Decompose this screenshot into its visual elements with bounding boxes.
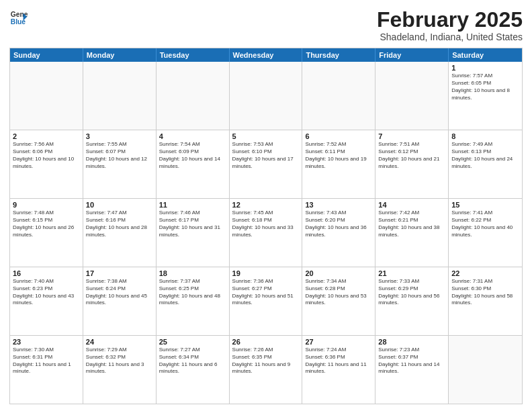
calendar-cell: 4Sunrise: 7:54 AM Sunset: 6:09 PM Daylig… — [157, 130, 230, 198]
calendar-cell: 22Sunrise: 7:31 AM Sunset: 6:30 PM Dayli… — [449, 267, 522, 335]
calendar-cell: 8Sunrise: 7:49 AM Sunset: 6:13 PM Daylig… — [449, 130, 522, 198]
calendar-cell: 25Sunrise: 7:27 AM Sunset: 6:34 PM Dayli… — [157, 336, 230, 404]
header-friday: Friday — [375, 48, 449, 62]
day-info: Sunrise: 7:30 AM Sunset: 6:31 PM Dayligh… — [13, 347, 80, 375]
month-year-title: February 2025 — [377, 8, 523, 32]
day-number: 1 — [451, 64, 519, 72]
calendar-cell: 26Sunrise: 7:26 AM Sunset: 6:35 PM Dayli… — [230, 336, 303, 404]
day-info: Sunrise: 7:55 AM Sunset: 6:07 PM Dayligh… — [86, 141, 153, 170]
calendar-cell: 15Sunrise: 7:41 AM Sunset: 6:22 PM Dayli… — [449, 199, 522, 267]
calendar-cell: 14Sunrise: 7:42 AM Sunset: 6:21 PM Dayli… — [375, 199, 449, 267]
calendar-body: 1Sunrise: 7:57 AM Sunset: 6:05 PM Daylig… — [10, 62, 522, 404]
day-info: Sunrise: 7:49 AM Sunset: 6:13 PM Dayligh… — [451, 141, 519, 170]
day-number: 10 — [86, 201, 153, 209]
day-number: 19 — [232, 269, 300, 277]
day-number: 5 — [232, 132, 300, 140]
day-info: Sunrise: 7:56 AM Sunset: 6:06 PM Dayligh… — [13, 141, 80, 170]
day-number: 24 — [86, 338, 153, 346]
calendar-cell: 24Sunrise: 7:29 AM Sunset: 6:32 PM Dayli… — [83, 336, 157, 404]
day-number: 14 — [378, 201, 445, 209]
calendar-cell: 11Sunrise: 7:46 AM Sunset: 6:17 PM Dayli… — [157, 199, 230, 267]
day-info: Sunrise: 7:33 AM Sunset: 6:29 PM Dayligh… — [378, 278, 445, 307]
calendar-cell — [10, 62, 83, 130]
header-monday: Monday — [83, 48, 157, 62]
calendar-cell — [449, 336, 522, 404]
day-number: 26 — [232, 338, 300, 346]
day-number: 7 — [378, 132, 445, 140]
calendar-cell: 17Sunrise: 7:38 AM Sunset: 6:24 PM Dayli… — [83, 267, 157, 335]
calendar-cell: 19Sunrise: 7:36 AM Sunset: 6:27 PM Dayli… — [230, 267, 303, 335]
day-info: Sunrise: 7:46 AM Sunset: 6:17 PM Dayligh… — [159, 210, 226, 238]
day-info: Sunrise: 7:24 AM Sunset: 6:36 PM Dayligh… — [305, 347, 372, 375]
logo: General Blue — [9, 8, 28, 27]
day-info: Sunrise: 7:45 AM Sunset: 6:18 PM Dayligh… — [232, 210, 300, 238]
day-info: Sunrise: 7:54 AM Sunset: 6:09 PM Dayligh… — [159, 141, 226, 170]
day-number: 27 — [305, 338, 372, 346]
day-number: 9 — [13, 201, 80, 209]
calendar-week-2: 2Sunrise: 7:56 AM Sunset: 6:06 PM Daylig… — [10, 130, 522, 199]
day-info: Sunrise: 7:40 AM Sunset: 6:23 PM Dayligh… — [13, 278, 80, 307]
calendar-cell: 12Sunrise: 7:45 AM Sunset: 6:18 PM Dayli… — [230, 199, 303, 267]
calendar-cell: 10Sunrise: 7:47 AM Sunset: 6:16 PM Dayli… — [83, 199, 157, 267]
calendar-cell: 9Sunrise: 7:48 AM Sunset: 6:15 PM Daylig… — [10, 199, 83, 267]
calendar-cell: 1Sunrise: 7:57 AM Sunset: 6:05 PM Daylig… — [449, 62, 522, 130]
header-tuesday: Tuesday — [157, 48, 230, 62]
calendar-cell — [157, 62, 230, 130]
day-number: 6 — [305, 132, 372, 140]
day-info: Sunrise: 7:29 AM Sunset: 6:32 PM Dayligh… — [86, 347, 153, 375]
day-info: Sunrise: 7:53 AM Sunset: 6:10 PM Dayligh… — [232, 141, 300, 170]
day-info: Sunrise: 7:52 AM Sunset: 6:11 PM Dayligh… — [305, 141, 372, 170]
calendar-week-5: 23Sunrise: 7:30 AM Sunset: 6:31 PM Dayli… — [10, 336, 522, 404]
day-info: Sunrise: 7:41 AM Sunset: 6:22 PM Dayligh… — [451, 210, 519, 238]
calendar-cell: 2Sunrise: 7:56 AM Sunset: 6:06 PM Daylig… — [10, 130, 83, 198]
calendar-cell: 18Sunrise: 7:37 AM Sunset: 6:25 PM Dayli… — [157, 267, 230, 335]
day-info: Sunrise: 7:27 AM Sunset: 6:34 PM Dayligh… — [159, 347, 226, 375]
calendar-week-3: 9Sunrise: 7:48 AM Sunset: 6:15 PM Daylig… — [10, 199, 522, 267]
day-info: Sunrise: 7:31 AM Sunset: 6:30 PM Dayligh… — [451, 278, 519, 307]
day-number: 15 — [451, 201, 519, 209]
calendar-week-1: 1Sunrise: 7:57 AM Sunset: 6:05 PM Daylig… — [10, 62, 522, 130]
header-sunday: Sunday — [10, 48, 83, 62]
day-number: 25 — [159, 338, 226, 346]
day-info: Sunrise: 7:51 AM Sunset: 6:12 PM Dayligh… — [378, 141, 445, 170]
day-info: Sunrise: 7:57 AM Sunset: 6:05 PM Dayligh… — [451, 73, 519, 101]
day-number: 21 — [378, 269, 445, 277]
calendar-cell: 28Sunrise: 7:23 AM Sunset: 6:37 PM Dayli… — [375, 336, 449, 404]
day-info: Sunrise: 7:26 AM Sunset: 6:35 PM Dayligh… — [232, 347, 300, 375]
day-info: Sunrise: 7:37 AM Sunset: 6:25 PM Dayligh… — [159, 278, 226, 307]
calendar-cell: 27Sunrise: 7:24 AM Sunset: 6:36 PM Dayli… — [302, 336, 375, 404]
day-number: 28 — [378, 338, 445, 346]
calendar-cell — [83, 62, 157, 130]
day-number: 13 — [305, 201, 372, 209]
title-block: February 2025 Shadeland, Indiana, United… — [377, 8, 523, 42]
calendar-cell: 13Sunrise: 7:43 AM Sunset: 6:20 PM Dayli… — [302, 199, 375, 267]
logo-icon: General Blue — [9, 8, 28, 27]
calendar-cell: 7Sunrise: 7:51 AM Sunset: 6:12 PM Daylig… — [375, 130, 449, 198]
day-number: 18 — [159, 269, 226, 277]
day-info: Sunrise: 7:48 AM Sunset: 6:15 PM Dayligh… — [13, 210, 80, 238]
day-number: 16 — [13, 269, 80, 277]
day-number: 11 — [159, 201, 226, 209]
day-number: 2 — [13, 132, 80, 140]
day-info: Sunrise: 7:43 AM Sunset: 6:20 PM Dayligh… — [305, 210, 372, 238]
day-number: 22 — [451, 269, 519, 277]
calendar-cell: 16Sunrise: 7:40 AM Sunset: 6:23 PM Dayli… — [10, 267, 83, 335]
calendar-cell — [230, 62, 303, 130]
day-info: Sunrise: 7:23 AM Sunset: 6:37 PM Dayligh… — [378, 347, 445, 375]
day-info: Sunrise: 7:42 AM Sunset: 6:21 PM Dayligh… — [378, 210, 445, 238]
calendar-header: Sunday Monday Tuesday Wednesday Thursday… — [10, 48, 522, 62]
calendar-cell: 23Sunrise: 7:30 AM Sunset: 6:31 PM Dayli… — [10, 336, 83, 404]
day-number: 17 — [86, 269, 153, 277]
header: General Blue February 2025 Shadeland, In… — [9, 8, 523, 42]
location-subtitle: Shadeland, Indiana, United States — [377, 32, 523, 42]
day-info: Sunrise: 7:34 AM Sunset: 6:28 PM Dayligh… — [305, 278, 372, 307]
calendar-cell: 20Sunrise: 7:34 AM Sunset: 6:28 PM Dayli… — [302, 267, 375, 335]
calendar: Sunday Monday Tuesday Wednesday Thursday… — [9, 48, 523, 404]
calendar-cell: 3Sunrise: 7:55 AM Sunset: 6:07 PM Daylig… — [83, 130, 157, 198]
day-info: Sunrise: 7:36 AM Sunset: 6:27 PM Dayligh… — [232, 278, 300, 307]
calendar-cell — [302, 62, 375, 130]
day-info: Sunrise: 7:47 AM Sunset: 6:16 PM Dayligh… — [86, 210, 153, 238]
calendar-cell: 21Sunrise: 7:33 AM Sunset: 6:29 PM Dayli… — [375, 267, 449, 335]
day-number: 20 — [305, 269, 372, 277]
calendar-cell: 5Sunrise: 7:53 AM Sunset: 6:10 PM Daylig… — [230, 130, 303, 198]
